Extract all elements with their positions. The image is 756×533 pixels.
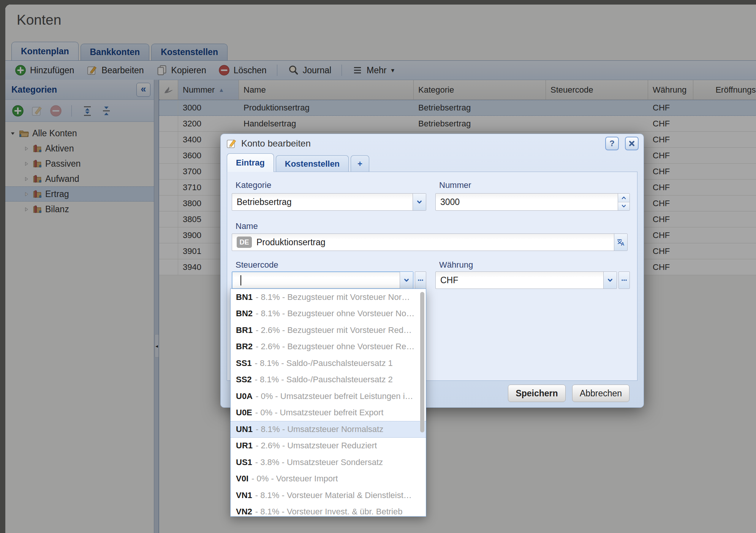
nummer-field[interactable]: 3000 [435,193,630,211]
list-item[interactable]: UR1- 2.6% - Umsatzsteuer Reduziert [231,438,426,454]
plus-icon: + [357,159,362,169]
steuercode-combobox[interactable] [232,271,413,289]
list-item[interactable]: U0E- 0% - Umsatzsteuer befreit Export [231,405,426,421]
chevron-down-icon [416,199,423,205]
help-button[interactable]: ? [605,137,619,150]
dialog-titlebar[interactable]: Konto bearbeiten ? [221,134,644,153]
scrollbar-thumb[interactable] [420,292,424,432]
dialog-tab-bar: Eintrag Kostenstellen + [227,154,637,172]
dialog-tab-eintrag[interactable]: Eintrag [227,153,274,172]
spinner-down-button[interactable] [618,202,629,211]
list-item-highlighted[interactable]: UN1- 8.1% - Umsatzsteuer Normalsatz [231,421,426,438]
list-item[interactable]: V0I- 0% - Vorsteuer Import [231,471,426,487]
ellipsis-icon [417,277,424,284]
spinner-up-button[interactable] [618,194,629,202]
kategorie-combobox[interactable]: Betriebsertrag [232,193,426,211]
waehrung-combobox[interactable]: CHF [435,271,617,289]
chevron-down-icon [607,277,614,284]
list-item[interactable]: VN1- 8.1% - Vorsteuer Material & Dienstl… [231,487,426,504]
list-item[interactable]: BN1- 8.1% - Bezugsteuer mit Vorsteuer No… [231,289,426,306]
nummer-label: Nummer [439,180,471,190]
list-item[interactable]: SS2- 8.1% - Saldo-/Pauschalsteuersatz 2 [231,372,426,388]
steuercode-label: Steuercode [236,260,278,270]
list-item[interactable]: US1- 3.8% - Umsatzsteuer Sondersatz [231,454,426,471]
list-item[interactable]: U0A- 0% - Umsatzsteuer befreit Leistunge… [231,388,426,405]
nummer-spinner [618,194,629,210]
list-item[interactable]: BR1- 2.6% - Bezugsteuer mit Vorsteuer Re… [231,322,426,339]
waehrung-dropdown-trigger[interactable] [603,272,617,289]
chevron-down-icon [403,277,410,284]
translate-icon: A [617,238,625,246]
name-label: Name [236,221,258,231]
dialog-title: Konto bearbeiten [241,138,601,149]
list-item[interactable]: SS1- 8.1% - Saldo-/Pauschalsteuersatz 1 [231,355,426,372]
waehrung-more-button[interactable] [618,271,630,289]
dialog-tab-add[interactable]: + [351,155,369,172]
list-item[interactable]: BN2- 8.1% - Bezugsteuer ohne Vorsteuer N… [231,306,426,322]
waehrung-label: Währung [439,260,473,270]
help-icon: ? [609,139,614,148]
list-item[interactable]: BR2- 2.6% - Bezugsteuer ohne Vorsteuer R… [231,339,426,355]
ellipsis-icon [621,277,628,284]
save-button[interactable]: Speichern [508,385,566,402]
text-cursor [240,275,241,285]
cancel-button[interactable]: Abbrechen [572,385,629,402]
kategorie-label: Kategorie [236,180,271,190]
close-button[interactable] [625,137,639,150]
dialog-tab-kostenstellen[interactable]: Kostenstellen [276,155,349,172]
name-field[interactable]: DE Produktionsertrag A [232,233,628,251]
steuercode-more-button[interactable] [415,271,426,289]
steuercode-dropdown-list: BN1- 8.1% - Bezugsteuer mit Vorsteuer No… [230,289,426,517]
steuercode-dropdown-trigger[interactable] [400,272,413,289]
kategorie-dropdown-trigger[interactable] [413,194,426,210]
list-item[interactable]: VN2- 8.1% - Vorsteuer Invest. & übr. Bet… [231,504,426,517]
close-icon [628,140,635,147]
language-badge: DE [237,237,252,248]
pencil-icon [226,138,237,149]
svg-text:A: A [621,241,625,246]
translate-button[interactable]: A [614,234,627,251]
